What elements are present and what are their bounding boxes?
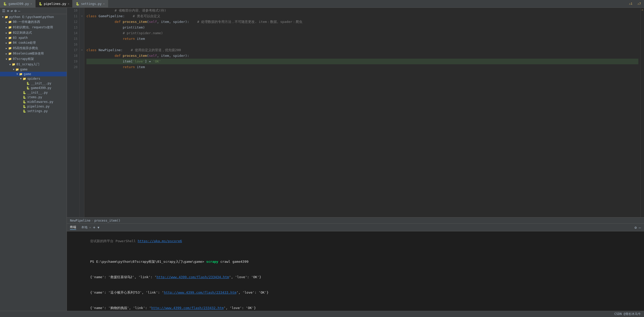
tree-item-spiders[interactable]: ▼ 📁 spiders	[0, 76, 67, 81]
tab-icon-game4399: 🐍	[3, 2, 7, 6]
terminal-minimize-icon[interactable]: —	[639, 225, 641, 230]
warning-badge-top: ⚠1 ⚠7	[629, 2, 644, 5]
sidebar-minimize-icon[interactable]: —	[18, 9, 20, 13]
tree-item-00[interactable]: ▶ 📁 00-一些有趣的东西	[0, 19, 67, 25]
terminal-header: 终端 本地 ✕ + ▼ ⚙ —	[67, 224, 644, 231]
code-line-16	[86, 42, 638, 47]
tree-label-07: 07scrapy框架	[13, 57, 34, 61]
tree-item-middlewares[interactable]: ▶ 🐍 middlewares.py	[0, 99, 67, 104]
code-line-10: # 省略部分内容、请参考格式(待)	[86, 8, 638, 13]
tree-label-pipelines: pipelines.py	[27, 105, 50, 108]
ln-18: 18	[69, 53, 77, 59]
tree-item-05[interactable]: ▶ 📁 05高性能异步爬虫	[0, 46, 67, 51]
fold-11[interactable]: ▾	[80, 13, 84, 19]
terminal-result-2: {'name': '购物的挑战', 'link': 'http://www.43…	[70, 300, 641, 311]
tree-item-01-scrapy[interactable]: ▼ 📁 01_scrapy入门	[0, 62, 67, 67]
watermark: CSDN @青杉木马牛	[614, 312, 641, 316]
link-1[interactable]: http://www.4399.com/flash/233433.htm	[164, 291, 236, 294]
terminal-body[interactable]: 尝试新的跨平台 PowerShell https://aka.ms/pscore…	[67, 231, 644, 311]
code-line-18: def process_item(self, item, spider):	[86, 53, 638, 59]
right-gutter: ⚠	[640, 8, 644, 217]
tab-label-pipelines: pipelines.py	[44, 2, 66, 6]
terminal-empty-line-1	[70, 249, 641, 254]
tree-label-init2: __init__.py	[27, 91, 48, 94]
terminal-controls: ⚙ —	[634, 225, 641, 230]
terminal-scrapy-cmd: scrapy	[206, 260, 218, 264]
warning-icon-top: ⚠	[641, 8, 643, 11]
tree-item-python-root[interactable]: ▼ 📁 python E:\pychaem\python	[0, 15, 67, 19]
code-line-17: class NewPipeline: # 使用自定义的管道，优先级200	[86, 47, 638, 53]
tree-item-04[interactable]: ▶ 📁 04 cookie处理	[0, 40, 67, 46]
tree-item-06[interactable]: ▶ 📁 06selenium模块使用	[0, 51, 67, 56]
file-tree: ▼ 📁 python E:\pychaem\python ▶ 📁 00-一些有趣…	[0, 14, 67, 114]
tree-item-02[interactable]: ▶ 📁 02正则表达式	[0, 30, 67, 35]
sidebar-settings-icon[interactable]: ⚙	[14, 9, 16, 13]
tree-item-game4399-file[interactable]: ▶ 🐍 game4399.py	[0, 86, 67, 90]
tab-settings[interactable]: 🐍 settings.py ✕	[73, 0, 108, 7]
sidebar-swap-icon[interactable]: ⇄	[11, 9, 13, 13]
tree-label-01-scrapy: 01_scrapy入门	[16, 62, 39, 67]
terminal-command-line: PS E:\pychaem\python\07scrapy框架\01_scrap…	[70, 254, 641, 269]
tree-label-spiders: spiders	[27, 77, 40, 80]
code-lines[interactable]: # 省略部分内容、请参考格式(待) class GamePipeline: # …	[84, 8, 640, 217]
tab-icon-pipelines: 🐍	[39, 2, 42, 6]
code-line-14: # print(spider.name)	[86, 30, 638, 36]
tree-item-settings[interactable]: ▶ 🐍 settings.py	[0, 109, 67, 113]
fold-gutter: ▾ ▾	[80, 8, 84, 217]
tab-pipelines[interactable]: 🐍 pipelines.py ✕	[36, 0, 73, 7]
tree-item-items[interactable]: ▶ 🐍 items.py	[0, 95, 67, 99]
ln-10: 10	[69, 8, 77, 13]
tree-label-01: 01初识爬虫、requests使用	[13, 25, 53, 30]
ln-15: 15	[69, 36, 77, 42]
tab-label-settings: settings.py	[81, 2, 101, 6]
tree-item-pipelines[interactable]: ▶ 🐍 pipelines.py	[0, 104, 67, 109]
terminal-tab-label[interactable]: 终端	[70, 225, 76, 230]
ln-12: 12	[69, 19, 77, 25]
ln-13: 13	[69, 25, 77, 30]
breadcrumb-newpipeline: NewPipeline	[70, 219, 90, 222]
sidebar: ☰ ≡ ⇄ ⚙ — ▼ 📁 python E:\pychaem\python ▶…	[0, 8, 67, 311]
sidebar-menu-icon[interactable]: ☰	[2, 9, 5, 13]
tree-item-game-inner[interactable]: ▼ 📁 game	[0, 72, 67, 76]
ln-11: 11	[69, 13, 77, 19]
tree-label-06: 06selenium模块使用	[13, 51, 44, 56]
code-line-19: item['love'] = 'OK'	[86, 59, 638, 64]
tree-label-03: 03 xpath	[13, 36, 28, 40]
tab-close-game4399[interactable]: ✕	[30, 2, 32, 5]
tree-label-game-outer: game	[20, 68, 28, 71]
tree-item-init2[interactable]: ▶ 🐍 __init__.py	[0, 90, 67, 95]
fold-17[interactable]: ▾	[80, 47, 84, 53]
tab-close-pipelines[interactable]: ✕	[68, 2, 69, 5]
terminal-settings-icon[interactable]: ⚙	[634, 225, 637, 230]
sidebar-toolbar: ☰ ≡ ⇄ ⚙ —	[0, 8, 67, 14]
line-numbers: 10 11 12 13 14 15 16 17 18 19 20	[67, 8, 80, 217]
tree-item-03[interactable]: ▶ 📁 03 xpath	[0, 35, 67, 40]
terminal-add-button[interactable]: +	[93, 225, 95, 230]
link-2[interactable]: http://www.4399.com/flash/233432.htm	[151, 306, 224, 310]
terminal-result-0: {'name': '救援狂喜绿鸟2', 'link': 'http://www.…	[70, 269, 641, 285]
tree-item-init1[interactable]: ▶ 🐍 __init__.py	[0, 81, 67, 86]
code-line-20: return item	[86, 64, 638, 70]
ln-20: 20	[69, 64, 77, 70]
terminal-powershell-notice: 尝试新的跨平台 PowerShell https://aka.ms/pscore…	[70, 233, 641, 249]
terminal: 终端 本地 ✕ + ▼ ⚙ — 尝试新的跨平台 PowerShell https…	[67, 223, 644, 311]
tree-item-07[interactable]: ▼ 📁 07scrapy框架	[0, 56, 67, 62]
tab-close-settings[interactable]: ✕	[103, 2, 105, 5]
sidebar-align-icon[interactable]: ≡	[7, 9, 9, 13]
ln-14: 14	[69, 30, 77, 36]
tree-label-python-root: python E:\pychaem\python	[9, 15, 54, 19]
code-content: 10 11 12 13 14 15 16 17 18 19 20 ▾	[67, 8, 644, 217]
tab-game4399[interactable]: 🐍 game4399.py ✕	[0, 0, 36, 7]
tree-item-game-outer[interactable]: ▼ 📁 game	[0, 67, 67, 72]
tree-label-game4399-file: game4399.py	[31, 86, 51, 90]
terminal-dropdown-button[interactable]: ▼	[98, 226, 99, 229]
code-line-12: def process_item(self, item, spider): # …	[86, 19, 638, 25]
tree-item-01[interactable]: ▶ 📁 01初识爬虫、requests使用	[0, 25, 67, 30]
tree-label-settings: settings.py	[27, 109, 48, 113]
tree-label-init1: __init__.py	[31, 81, 51, 85]
tree-label-game-inner: game	[24, 72, 31, 76]
link-0[interactable]: http://www.4399.com/flash/233434.htm	[156, 275, 229, 279]
tab-label-game4399: game4399.py	[8, 2, 29, 6]
powershell-link[interactable]: https://aka.ms/pscore6	[138, 239, 182, 243]
tab-icon-settings: 🐍	[76, 2, 80, 6]
